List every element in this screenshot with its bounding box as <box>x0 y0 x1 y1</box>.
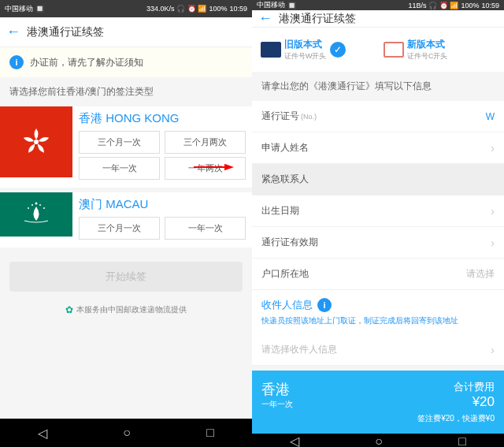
applicant-name-field[interactable]: 申请人姓名 › <box>252 132 504 164</box>
app-header: ← 港澳通行证续签 <box>252 10 504 28</box>
price-total-label: 合计费用 <box>454 380 495 394</box>
price-total-value: ¥20 <box>454 394 495 410</box>
price-dest: 香港 <box>261 380 293 399</box>
phone-right: 中国移动 🔲 11B/s 🎧 ⏰ 📶 100% 10:59 ← 港澳通行证续签 … <box>252 0 504 447</box>
permit-number-value: W <box>486 111 495 122</box>
hk-opt-1y2[interactable]: 一年两次 <box>165 157 246 180</box>
hk-opt-3m1[interactable]: 三个月一次 <box>79 131 160 154</box>
price-summary: 香港 一年一次 合计费用 ¥20 签注费¥20，快递费¥0 <box>252 371 504 434</box>
page-title: 港澳通行证续签 <box>279 12 356 26</box>
emergency-contact-field[interactable]: 紧急联系人 <box>252 164 504 196</box>
phone-left: 中国移动 🔲 334.0K/s 🎧 ⏰ 📶 100% 10:59 ← 港澳通行证… <box>0 0 252 447</box>
type-old-title: 旧版本式 <box>284 38 327 51</box>
type-old-option[interactable]: 旧版本式 证件号W开头 ✓ <box>257 34 376 65</box>
region-macau: 澳门 MACAU 三个月一次 一年一次 <box>0 192 252 248</box>
type-new-sub: 证件号C开头 <box>407 51 448 61</box>
hk-opt-3m2[interactable]: 三个月两次 <box>165 131 246 154</box>
permit-type-selector: 旧版本式 证件号W开头 ✓ 新版本式 证件号C开头 <box>252 28 504 72</box>
price-detail: 签注费¥20，快递费¥0 <box>261 413 495 424</box>
net-speed: 11B/s <box>408 2 426 9</box>
chevron-right-icon: › <box>491 237 495 249</box>
net-speed: 334.0K/s <box>146 5 175 13</box>
section-title: 请选择您前往香港/澳门的签注类型 <box>0 77 252 106</box>
carrier: 中国移动 <box>5 4 33 14</box>
svg-point-4 <box>39 204 41 206</box>
svg-point-5 <box>43 207 45 209</box>
nav-home-icon[interactable]: ○ <box>123 426 131 440</box>
back-icon[interactable]: ← <box>258 10 272 27</box>
nav-bar: ◁ ○ □ <box>252 434 504 447</box>
info-icon[interactable]: i <box>317 298 332 312</box>
type-new-title: 新版本式 <box>407 38 448 51</box>
status-bar: 中国移动 🔲 334.0K/s 🎧 ⏰ 📶 100% 10:59 <box>0 0 252 17</box>
flag-macau-icon <box>0 192 72 237</box>
check-icon: ✓ <box>330 42 346 58</box>
nav-recent-icon[interactable]: □ <box>458 434 466 448</box>
type-old-sub: 证件号W开头 <box>284 51 327 61</box>
info-icon: i <box>9 55 24 69</box>
hk-opt-1y1[interactable]: 一年一次 <box>79 157 160 180</box>
svg-point-1 <box>28 207 29 209</box>
svg-point-3 <box>35 203 38 205</box>
recipient-header: 收件人信息 i 快递员按照该地址上门取证，制证完成后将回寄到该地址 <box>252 290 504 334</box>
app-header: ← 港澳通行证续签 <box>0 17 252 47</box>
svg-point-2 <box>32 204 33 206</box>
card-icon <box>384 42 404 58</box>
permit-number-field[interactable]: 通行证号(No.) W <box>252 101 504 132</box>
recipient-title: 收件人信息 <box>261 298 313 312</box>
dob-field[interactable]: 出生日期 › <box>252 196 504 227</box>
recipient-select-field[interactable]: 请选择收件人信息 › <box>252 334 504 366</box>
chevron-right-icon: › <box>491 142 495 155</box>
expiry-field[interactable]: 通行证有效期 › <box>252 227 504 259</box>
nav-recent-icon[interactable]: □ <box>206 426 214 440</box>
type-new-option[interactable]: 新版本式 证件号C开头 <box>380 34 499 65</box>
chevron-right-icon: › <box>491 205 495 218</box>
clock: 10:59 <box>229 5 247 13</box>
notice-banner[interactable]: i 办证前，请先了解办证须知 <box>0 47 252 77</box>
nav-home-icon[interactable]: ○ <box>375 434 383 448</box>
price-freq: 一年一次 <box>261 399 293 410</box>
residence-field[interactable]: 户口所在地 请选择 <box>252 259 504 290</box>
recipient-sub: 快递员按照该地址上门取证，制证完成后将回寄到该地址 <box>261 315 495 326</box>
region-name-hk: 香港 HONG KONG <box>79 111 246 126</box>
start-button[interactable]: 开始续签 <box>9 262 243 292</box>
nav-back-icon[interactable]: ◁ <box>290 434 299 447</box>
macau-opt-1y1[interactable]: 一年一次 <box>165 217 246 240</box>
page-title: 港澳通行证续签 <box>27 25 104 39</box>
nav-bar: ◁ ○ □ <box>0 419 252 447</box>
back-icon[interactable]: ← <box>6 24 20 40</box>
battery: 100% <box>209 5 227 13</box>
svg-point-0 <box>34 140 39 144</box>
macau-opt-3m1[interactable]: 三个月一次 <box>79 217 160 240</box>
chevron-right-icon: › <box>491 344 495 356</box>
notice-text: 办证前，请先了解办证须知 <box>30 56 143 69</box>
battery: 100% <box>461 2 479 9</box>
passport-icon <box>261 42 281 58</box>
flag-hk-icon <box>0 106 72 177</box>
carrier: 中国移动 <box>257 0 285 10</box>
nav-back-icon[interactable]: ◁ <box>38 426 47 441</box>
status-bar: 中国移动 🔲 11B/s 🎧 ⏰ 📶 100% 10:59 <box>252 0 504 10</box>
region-name-macau: 澳门 MACAU <box>79 197 246 212</box>
form-title: 请拿出您的《港澳通行证》填写以下信息 <box>252 72 504 101</box>
region-hk: 香港 HONG KONG 三个月一次 三个月两次 一年一次 一年两次 <box>0 106 252 188</box>
post-icon: ✿ <box>65 304 73 315</box>
clock: 10:59 <box>481 2 499 9</box>
footer-note: ✿ 本服务由中国邮政速递物流提供 <box>0 300 252 320</box>
